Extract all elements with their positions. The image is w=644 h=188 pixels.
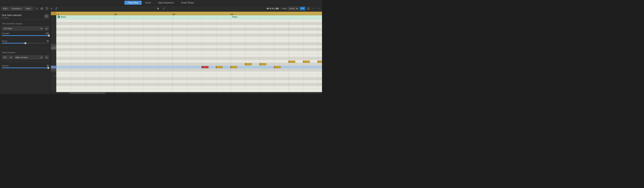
arrow-right-button[interactable]: → [316, 6, 320, 10]
strength-slider[interactable] [2, 35, 49, 36]
svg-marker-4 [58, 16, 60, 17]
grid-row-4 [56, 31, 322, 34]
pencil-tool-button[interactable] [162, 6, 166, 10]
c1-label: C1 [54, 75, 56, 77]
piano-key-selected[interactable] [51, 66, 56, 69]
note-block-9[interactable] [318, 61, 322, 63]
piano-key-b[interactable] [51, 69, 56, 71]
note-block-8[interactable] [303, 61, 310, 63]
scale-mode-select[interactable]: Major (Ionian) Minor (Aeolian) Dorian Ph… [14, 55, 43, 59]
velocity-value: 99 [47, 65, 49, 67]
note-grid[interactable] [56, 19, 322, 92]
snap-select[interactable]: Smart Bar Beat 1/16 [288, 7, 298, 10]
strength-value: 100 [46, 32, 49, 34]
link-button[interactable] [54, 6, 58, 10]
quantize-q-button[interactable]: Q [44, 26, 49, 30]
lock-icon-button[interactable] [306, 6, 310, 10]
note-5-resize[interactable] [260, 63, 260, 65]
tab-smart-tempo[interactable]: Smart Tempo [178, 1, 198, 5]
quantize-note-select[interactable]: 1/16 Note 1/8 Note 1/4 Note 1/2 Note 1 B… [2, 26, 43, 30]
grid-row-6 [56, 37, 322, 39]
vline-2 [85, 19, 86, 92]
horizontal-scrollbar[interactable] [51, 92, 322, 94]
tab-score[interactable]: Score [142, 1, 154, 5]
note-9-resize[interactable] [318, 61, 318, 63]
note-7-resize[interactable] [288, 61, 289, 63]
position-beats: 3 [272, 7, 273, 10]
swing-slider[interactable] [2, 43, 49, 43]
divider-1 [2, 48, 49, 48]
timeline-ruler: 4 4 2 4 3 4 4 [51, 12, 322, 15]
edit-chevron-icon: ▾ [7, 8, 8, 9]
strength-thumb[interactable] [48, 34, 50, 37]
track-name-right: Toms [232, 16, 237, 18]
note-3-resize[interactable] [230, 66, 231, 68]
note-block-7[interactable] [288, 61, 295, 63]
note-6-resize[interactable] [274, 66, 274, 68]
position-info: A2 4 3 1 326 [266, 7, 279, 10]
left-panel: One Note selected in Toms Time Quantize … [0, 12, 51, 94]
note-block-2[interactable] [216, 66, 223, 68]
tab-step-sequencer[interactable]: Step Sequencer [154, 1, 178, 5]
scrollbar-thumb[interactable] [69, 92, 105, 94]
toolbar-separator-2 [280, 7, 280, 10]
selected-row-highlight [56, 66, 322, 69]
scale-off-select[interactable]: Off On [2, 55, 13, 59]
grid-row-7 [56, 39, 322, 42]
note-block-selected[interactable] [202, 66, 208, 68]
functions-chevron-icon: ▾ [21, 8, 22, 9]
grid-row-9 [56, 45, 322, 48]
tab-piano-roll[interactable]: Piano Roll [124, 1, 142, 5]
keyboard-shortcut-button[interactable]: K-K [300, 7, 305, 10]
strength-section: Strength 100 [2, 32, 49, 38]
marker-4-2: 4 2 [114, 13, 117, 15]
track-label-left: Toms [58, 16, 66, 18]
grid-row-25 [56, 92, 322, 92]
select-tool-button[interactable] [156, 6, 160, 10]
velocity-thumb[interactable] [47, 67, 50, 69]
grid-row-22 [56, 83, 322, 86]
note-2-resize[interactable] [216, 66, 216, 68]
grid-row-1 [56, 22, 322, 25]
velocity-slider[interactable] [2, 67, 49, 68]
note-block-5[interactable] [259, 63, 266, 65]
note-block-6[interactable] [274, 66, 281, 68]
position-bars: 4 [270, 7, 271, 10]
note-8-resize[interactable] [303, 61, 304, 63]
toolbar-left: Edit ▾ Functions ▾ View ▾ ↖ ✂ [2, 6, 58, 10]
selection-title: One Note selected [2, 14, 22, 16]
velocity-fill [2, 67, 48, 68]
quantize-row: 1/16 Note 1/8 Note 1/4 Note 1/2 Note 1 B… [2, 26, 49, 30]
vline-14 [260, 19, 260, 92]
edit-button[interactable]: Edit ▾ [2, 6, 10, 10]
main-layout: One Note selected in Toms Time Quantize … [0, 12, 322, 94]
note-4-resize[interactable] [245, 63, 246, 65]
view-button[interactable]: View ▾ [24, 6, 33, 10]
piano-keys: C2 C1 [51, 19, 56, 92]
note-block-4[interactable] [245, 63, 252, 65]
toolbar-right: A2 4 3 1 326 Snap: Smart Bar Beat 1/16 K… [266, 6, 320, 10]
position-label: A2 [266, 7, 269, 10]
content-icon-button[interactable] [44, 14, 49, 18]
vline-15 [274, 19, 274, 92]
track-icon-left [58, 16, 60, 18]
note-resize-left[interactable] [202, 66, 202, 68]
scissors-button[interactable]: ✂ [50, 6, 54, 10]
velocity-section: Velocity 99 [2, 65, 49, 70]
functions-button[interactable]: Functions ▾ [10, 6, 24, 10]
swing-thumb[interactable] [24, 42, 26, 44]
top-tabs: Piano Roll Score Step Sequencer Smart Te… [124, 1, 198, 5]
swing-section: Swing 50 [2, 40, 49, 46]
scale-q-button[interactable]: Q [44, 55, 49, 59]
snap-control: Snap: Smart Bar Beat 1/16 [282, 7, 299, 10]
ruler-piano-spacer [51, 12, 56, 15]
loop-button[interactable] [45, 6, 49, 10]
position-subticks: 326 [275, 7, 278, 10]
pointer-tool-button[interactable]: ↖ [35, 6, 39, 10]
note-block-3[interactable] [230, 66, 237, 68]
vline-bar4 [289, 19, 289, 92]
midi-capture-button[interactable] [40, 6, 44, 10]
strength-label: Strength [2, 32, 10, 34]
grid-row-20 [56, 77, 322, 80]
arrow-left-button[interactable]: ← [312, 6, 316, 10]
